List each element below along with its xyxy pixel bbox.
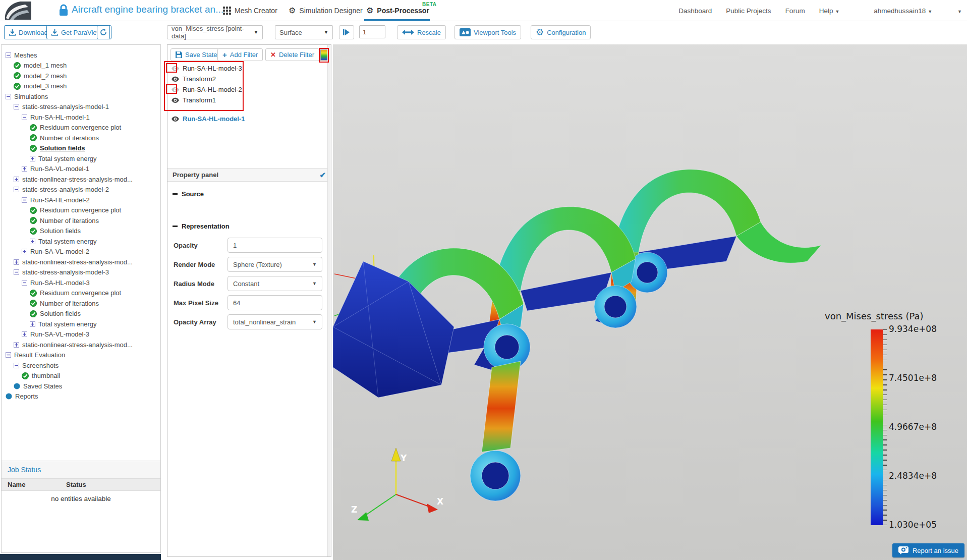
field-select[interactable]: von_Mises_stress [point-data]▼	[167, 25, 263, 39]
tree-item-screenshots[interactable]: Screenshots	[2, 360, 160, 371]
report-issue-button[interactable]: Report an issue	[892, 543, 964, 557]
tree-item-meshes[interactable]: Meshes	[2, 50, 160, 61]
eye-visible-icon[interactable]	[172, 116, 179, 122]
tree-item-solution-fields[interactable]: Solution fields	[2, 226, 160, 237]
tree-item-solution-fields[interactable]: Solution fields	[2, 309, 160, 319]
pipeline-item-run-sa-hl-model-1[interactable]: Run-SA-HL-model-1	[167, 114, 331, 124]
tree-item-residuum-convergence-plot[interactable]: Residuum convergence plot	[2, 205, 160, 216]
expand-box-icon[interactable]	[30, 321, 35, 327]
tree-item-total-system-energy[interactable]: Total system energy	[2, 236, 160, 247]
save-state-button[interactable]: Save State	[170, 48, 222, 61]
tree-item-static-stress-analysis-model-3[interactable]: static-stress-analysis-model-3	[2, 267, 160, 278]
tree-item-number-of-iterations[interactable]: Number of iterations	[2, 298, 160, 309]
representation-select[interactable]: Surface▼	[275, 25, 333, 39]
collapse-box-icon[interactable]	[14, 104, 19, 109]
project-title[interactable]: Aircraft engine bearing bracket an...	[72, 4, 223, 15]
radius-mode-select[interactable]: Constant▼	[227, 276, 322, 291]
tree-item-simulations[interactable]: Simulations	[2, 91, 160, 102]
nav-forum[interactable]: Forum	[785, 7, 805, 15]
tree-item-run-sa-vl-model-1[interactable]: Run-SA-VL-model-1	[2, 164, 160, 175]
tree-item-static-nonlinear-stress-analysis-mod[interactable]: static-nonlinear-stress-analysis-mod...	[2, 174, 160, 185]
collapse-box-icon[interactable]	[22, 115, 27, 120]
tree-item-run-sa-hl-model-2[interactable]: Run-SA-HL-model-2	[2, 195, 160, 205]
collapse-box-icon[interactable]	[6, 52, 11, 58]
expand-box-icon[interactable]	[14, 342, 19, 348]
expand-box-icon[interactable]	[22, 331, 27, 337]
tree-item-run-sa-hl-model-3[interactable]: Run-SA-HL-model-3	[2, 277, 160, 288]
simscale-logo[interactable]	[3, 1, 31, 20]
tab-mesh-creator[interactable]: Mesh Creator	[223, 0, 277, 21]
collapse-box-icon[interactable]	[6, 94, 11, 99]
collapse-box-icon[interactable]	[6, 352, 11, 358]
nav-help-menu[interactable]: Help▼	[819, 7, 840, 15]
max-pixel-size-input[interactable]: 64	[227, 295, 322, 310]
tab-simulation-designer[interactable]: ⚙ Simulation Designer	[289, 0, 363, 21]
tree-item-static-stress-analysis-model-1[interactable]: static-stress-analysis-model-1	[2, 102, 160, 113]
tab-post-processor[interactable]: ⚙ Post-Processor	[366, 0, 429, 21]
tree-item-thumbnail[interactable]: thumbnail	[2, 371, 160, 381]
collapse-box-icon[interactable]	[22, 280, 27, 286]
orientation-axes-triad[interactable]: Y X Z	[351, 448, 443, 521]
tree-item-total-system-energy[interactable]: Total system energy	[2, 153, 160, 164]
tree-item-residuum-convergence-plot[interactable]: Residuum convergence plot	[2, 123, 160, 133]
nav-extra-menu[interactable]: ▼	[955, 7, 962, 15]
expand-box-icon[interactable]	[14, 177, 19, 182]
colormap-button[interactable]	[320, 49, 328, 61]
pipeline-item-transform1[interactable]: Transform1	[167, 95, 331, 105]
nav-user-menu[interactable]: ahmedhussain18▼	[874, 7, 932, 15]
opacity-input[interactable]: 1	[227, 238, 322, 253]
play-button[interactable]	[339, 25, 354, 39]
tree-item-total-system-energy[interactable]: Total system energy	[2, 319, 160, 329]
pipeline-item-run-sa-hl-model-2[interactable]: Run-SA-HL-model-2	[167, 84, 331, 95]
section-representation[interactable]: Representation	[173, 222, 230, 230]
tree-item-static-nonlinear-stress-analysis-mod[interactable]: static-nonlinear-stress-analysis-mod...	[2, 340, 160, 350]
delete-filter-button[interactable]: ✕ Delete Filter	[265, 48, 319, 61]
tree-item-static-stress-analysis-model-2[interactable]: static-stress-analysis-model-2	[2, 185, 160, 195]
eye-visible-icon[interactable]	[172, 97, 179, 103]
tree-item-saved-states[interactable]: Saved States	[2, 381, 160, 391]
tree-item-model-2-mesh[interactable]: model_2 mesh	[2, 71, 160, 81]
frame-input[interactable]	[359, 25, 385, 38]
refresh-button[interactable]	[97, 25, 110, 39]
tree-item-model-1-mesh[interactable]: model_1 mesh	[2, 61, 160, 71]
tree-item-run-sa-vl-model-3[interactable]: Run-SA-VL-model-3	[2, 329, 160, 340]
tree-item-reports[interactable]: Reports	[2, 391, 160, 402]
download-button[interactable]: Download	[4, 25, 53, 39]
tree-item-number-of-iterations[interactable]: Number of iterations	[2, 215, 160, 226]
nav-public-projects[interactable]: Public Projects	[726, 7, 771, 15]
render-mode-select[interactable]: Sphere (Texture)▼	[227, 257, 322, 272]
nav-dashboard[interactable]: Dashboard	[678, 7, 712, 15]
pipeline-item-transform2[interactable]: Transform2	[167, 74, 331, 84]
section-source[interactable]: Source	[173, 190, 204, 198]
tree-item-solution-fields[interactable]: Solution fields	[2, 143, 160, 154]
eye-visible-icon[interactable]	[172, 76, 179, 82]
collapse-box-icon[interactable]	[22, 197, 27, 203]
tree-item-run-sa-hl-model-1[interactable]: Run-SA-HL-model-1	[2, 112, 160, 123]
expand-box-icon[interactable]	[14, 259, 19, 265]
expand-box-icon[interactable]	[30, 239, 35, 244]
collapse-box-icon[interactable]	[14, 269, 19, 275]
tree-item-static-nonlinear-stress-analysis-mod[interactable]: static-nonlinear-stress-analysis-mod...	[2, 257, 160, 267]
add-filter-button[interactable]: + Add Filter	[217, 48, 263, 61]
legend-colorbar[interactable]	[871, 329, 883, 525]
tree-item-run-sa-vl-model-2[interactable]: Run-SA-VL-model-2	[2, 247, 160, 257]
rescale-button[interactable]: Rescale	[397, 25, 446, 39]
expand-box-icon[interactable]	[22, 249, 27, 254]
panel-scrollbar[interactable]	[327, 45, 331, 556]
opacity-array-select[interactable]: total_nonlinear_strain▼	[227, 314, 322, 329]
tree-item-model-3-mesh[interactable]: model_3 mesh	[2, 81, 160, 92]
tree-item-result-evaluation[interactable]: Result Evaluation	[2, 350, 160, 361]
collapse-box-icon[interactable]	[14, 363, 19, 368]
collapse-box-icon[interactable]	[14, 187, 19, 192]
expand-box-icon[interactable]	[30, 156, 35, 161]
expand-box-icon[interactable]	[22, 166, 27, 172]
eye-hidden-icon[interactable]	[172, 87, 179, 93]
configuration-button[interactable]: ⚙ Configuration	[531, 25, 591, 39]
pipeline-item-run-sa-hl-model-3[interactable]: Run-SA-HL-model-3	[167, 63, 331, 74]
tree-item-number-of-iterations[interactable]: Number of iterations	[2, 133, 160, 143]
property-panel-header[interactable]: Property panel ✔	[167, 168, 331, 182]
viewport-tools-button[interactable]: Viewport Tools	[454, 25, 521, 39]
tree-item-residuum-convergence-plot[interactable]: Residuum convergence plot	[2, 288, 160, 299]
eye-hidden-icon[interactable]	[172, 66, 179, 72]
render-viewport[interactable]: Y X Z von_Mises_stress (Pa) 9.934e+087.4…	[333, 44, 967, 560]
